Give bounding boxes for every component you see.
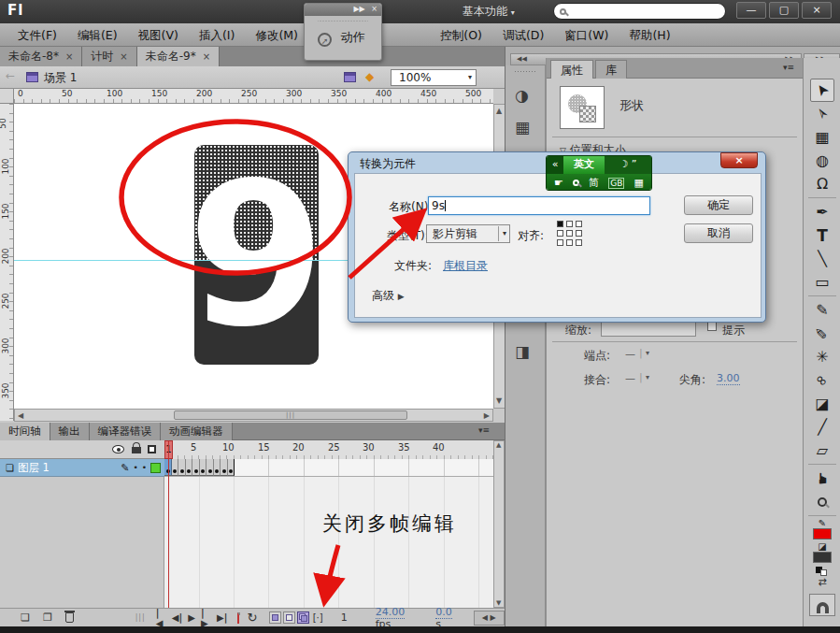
menu-window[interactable]: 窗口(W) <box>554 23 619 47</box>
stroke-color-swatch[interactable] <box>813 528 832 539</box>
delete-layer-button[interactable] <box>65 612 74 623</box>
stage-horizontal-scrollbar[interactable]: ◀ ▶ ||| <box>14 409 493 422</box>
layer-frames-track[interactable] <box>164 459 493 477</box>
tab-untitled-8[interactable]: 未命名-8*× <box>0 47 82 66</box>
ime-mode-icons[interactable]: ☽ ” <box>605 156 651 174</box>
tab-motion-editor[interactable]: 动画编辑器 <box>161 423 233 440</box>
drag-grip[interactable] <box>514 70 536 73</box>
3d-rotation-tool[interactable]: ◍ <box>810 149 834 172</box>
miter-value[interactable]: 3.00 <box>717 372 740 385</box>
timeline-hscroll-arrows[interactable]: ◀ ▶ <box>474 611 505 626</box>
back-arrow-icon[interactable]: ← <box>6 69 15 82</box>
tab-close-icon[interactable]: × <box>120 51 127 62</box>
edit-symbol-icon[interactable]: ◆ <box>365 70 374 83</box>
menu-help[interactable]: 帮助(H) <box>619 23 680 47</box>
line-tool[interactable]: ╲ <box>810 247 834 270</box>
join-value[interactable]: — <box>625 372 635 384</box>
keyframe-cell[interactable] <box>192 459 200 476</box>
tab-compiler-errors[interactable]: 编译器错误 <box>90 423 162 440</box>
current-frame-value[interactable]: 1 <box>341 611 348 624</box>
keyframe-cell[interactable] <box>200 459 207 476</box>
deco-tool[interactable]: ✳ <box>810 345 834 368</box>
menu-control[interactable]: 控制(O) <box>430 23 492 47</box>
play-button[interactable]: ▶ <box>185 612 198 623</box>
new-layer-button[interactable]: ❏ <box>21 611 30 624</box>
search-input[interactable] <box>553 3 726 20</box>
advanced-toggle[interactable]: 高级 ▶ <box>372 288 405 304</box>
timeline-vertical-scrollbar[interactable]: ▲ ▼ <box>493 440 505 608</box>
text-tool[interactable]: T <box>810 223 834 247</box>
minimize-button[interactable]: — <box>736 2 766 19</box>
menu-view[interactable]: 视图(V) <box>128 23 189 47</box>
maximize-button[interactable]: ▢ <box>769 2 799 19</box>
swap-colors-button[interactable]: ⇄ <box>818 576 826 588</box>
actions-panel-body[interactable]: ➚ 动作 <box>305 23 381 47</box>
tab-output[interactable]: 输出 <box>50 423 90 440</box>
color-panel-icon[interactable]: ◑ <box>515 86 529 105</box>
cap-value[interactable]: — <box>625 348 635 360</box>
visibility-dot[interactable]: • <box>133 463 137 472</box>
bone-tool[interactable]: ∞ <box>810 368 834 392</box>
scene-label[interactable]: 场景 1 <box>44 70 77 86</box>
step-forward-button[interactable]: |▶ <box>198 608 214 628</box>
ime-simplified-toggle[interactable]: 简 <box>589 176 599 190</box>
ime-collapse-icon[interactable]: « <box>547 156 563 174</box>
scale-dropdown[interactable] <box>601 321 696 337</box>
menu-edit[interactable]: 编辑(E) <box>67 23 128 47</box>
eyedropper-tool[interactable]: ╱ <box>810 415 834 439</box>
menu-file[interactable]: 文件(F) <box>7 23 67 47</box>
edit-scene-icon[interactable] <box>344 72 356 82</box>
pen-tool[interactable]: ✒ <box>810 200 834 223</box>
hint-checkbox[interactable] <box>707 322 717 331</box>
ime-search-icon[interactable] <box>573 180 579 186</box>
visibility-column-icon[interactable] <box>112 445 124 453</box>
tab-properties[interactable]: 属性 <box>550 60 593 79</box>
tab-close-icon[interactable]: × <box>65 51 73 62</box>
symbol-name-input[interactable]: 9s <box>428 196 650 215</box>
tab-timeline[interactable]: 时间轴 <box>0 423 50 440</box>
ime-hand-icon[interactable]: ☛ <box>554 177 563 189</box>
edit-multiple-frames-button[interactable] <box>297 611 309 624</box>
dialog-close-button[interactable]: × <box>720 152 758 168</box>
keyframe-cell[interactable] <box>206 459 214 476</box>
pencil-tool[interactable]: ✎ <box>810 298 834 322</box>
swatches-panel-icon[interactable]: ▦ <box>515 118 530 137</box>
symbol-type-dropdown[interactable]: 影片剪辑▾ <box>426 224 510 243</box>
subselection-tool[interactable]: ➢ <box>810 102 834 125</box>
registration-grid[interactable] <box>557 221 585 249</box>
lock-column-icon[interactable] <box>132 447 141 453</box>
zoom-level-dropdown[interactable]: 100%▾ <box>391 69 477 86</box>
close-icon[interactable]: × <box>371 5 377 13</box>
join-dropdown-icon[interactable]: ▾ <box>646 373 649 381</box>
onion-skin-button[interactable] <box>269 611 281 624</box>
ime-language-mode[interactable]: 英文 <box>563 156 605 174</box>
eraser-tool[interactable]: ▱ <box>810 439 834 462</box>
selection-tool[interactable]: ➤ <box>810 79 834 102</box>
scrollbar-thumb[interactable]: ||| <box>174 410 407 420</box>
panel-menu-icon[interactable]: ▾≡ <box>783 63 794 72</box>
step-back-button[interactable]: ◀| <box>169 612 185 623</box>
snap-to-objects-button[interactable] <box>809 594 835 616</box>
workspace-switcher[interactable]: 基本功能 ▾ <box>463 4 515 20</box>
menu-debug[interactable]: 调试(D) <box>492 23 554 47</box>
free-transform-tool[interactable]: ▦ <box>810 125 834 149</box>
frames-empty-area[interactable] <box>164 477 493 608</box>
hand-tool[interactable]: ☛ <box>810 467 834 490</box>
lasso-tool[interactable]: Ω <box>810 172 834 195</box>
library-root-link[interactable]: 库根目录 <box>443 258 488 274</box>
cancel-button[interactable]: 取消 <box>684 223 753 243</box>
layer-name-cell[interactable]: ❏ 图层 1 ✎ • • <box>0 459 164 477</box>
loop-button[interactable]: ↻ <box>244 611 260 625</box>
paint-bucket-tool[interactable]: ◪ <box>810 392 834 415</box>
onion-outline-button[interactable] <box>283 611 295 624</box>
tab-untitled-9[interactable]: 未命名-9*× <box>137 47 220 66</box>
go-last-frame-button[interactable]: ▶| <box>214 612 230 623</box>
layer-row[interactable]: ❏ 图层 1 ✎ • • <box>0 459 505 477</box>
rectangle-tool[interactable]: ▭ <box>810 270 834 294</box>
go-first-frame-button[interactable]: |◀ <box>153 608 169 628</box>
keyframe-cell[interactable] <box>228 459 235 476</box>
keyframe-cell[interactable] <box>214 459 221 476</box>
outline-column-icon[interactable] <box>148 445 156 453</box>
tab-close-icon[interactable]: × <box>203 51 210 62</box>
info-panel-icon[interactable]: ◨ <box>515 342 530 361</box>
